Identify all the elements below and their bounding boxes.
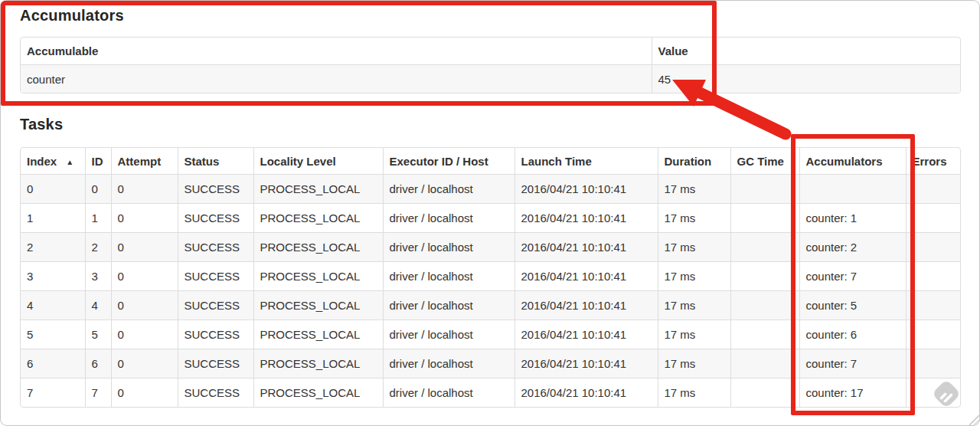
id-cell: 4 [85, 291, 111, 320]
gc-time-cell [730, 262, 799, 291]
duration-cell: 17 ms [658, 175, 730, 204]
accumulators-cell: counter: 17 [799, 378, 906, 408]
executor-id-host-cell: driver / localhost [383, 204, 514, 233]
sort-ascending-icon: ▲ [66, 158, 74, 166]
index-cell: 2 [21, 233, 85, 262]
duration-cell: 17 ms [658, 349, 730, 378]
errors-cell [906, 291, 961, 320]
index-cell: 1 [21, 204, 85, 233]
attempt-cell: 0 [111, 291, 178, 320]
executor-id-host-cell: driver / localhost [383, 349, 514, 378]
col-header-index[interactable]: Index▲ [21, 148, 85, 175]
col-header-id[interactable]: ID [85, 148, 111, 175]
accumulators-table: Accumulable Value counter 45 [20, 37, 961, 93]
locality-level-cell: PROCESS_LOCAL [253, 291, 383, 320]
accumulators-section-title: Accumulators [20, 7, 124, 25]
launch-time-cell: 2016/04/21 10:10:41 [514, 378, 658, 408]
gc-time-cell [730, 291, 799, 320]
errors-cell [906, 349, 961, 378]
accumulable-value-cell: 45 [652, 65, 961, 93]
locality-level-cell: PROCESS_LOCAL [253, 233, 383, 262]
launch-time-cell: 2016/04/21 10:10:41 [514, 233, 658, 262]
attempt-cell: 0 [111, 204, 178, 233]
spark-ui-page: Accumulators Accumulable Value counter 4… [0, 0, 980, 426]
task-row: 660SUCCESSPROCESS_LOCALdriver / localhos… [21, 349, 961, 378]
executor-id-host-cell: driver / localhost [383, 291, 514, 320]
resize-grip-icon[interactable] [966, 412, 980, 426]
launch-time-cell: 2016/04/21 10:10:41 [514, 349, 658, 378]
executor-id-host-cell: driver / localhost [383, 378, 514, 408]
index-cell: 0 [21, 175, 85, 204]
task-row: 110SUCCESSPROCESS_LOCALdriver / localhos… [21, 204, 961, 233]
task-row: 330SUCCESSPROCESS_LOCALdriver / localhos… [21, 262, 961, 291]
locality-level-cell: PROCESS_LOCAL [253, 320, 383, 349]
id-cell: 6 [85, 349, 111, 378]
executor-id-host-cell: driver / localhost [383, 175, 514, 204]
gc-time-cell [730, 378, 799, 408]
tasks-section-title: Tasks [20, 116, 63, 133]
accumulators-cell [799, 175, 906, 204]
locality-level-cell: PROCESS_LOCAL [253, 204, 383, 233]
tasks-table-body: 000SUCCESSPROCESS_LOCALdriver / localhos… [21, 175, 961, 408]
errors-cell [906, 233, 961, 262]
locality-level-cell: PROCESS_LOCAL [253, 262, 383, 291]
launch-time-cell: 2016/04/21 10:10:41 [514, 320, 658, 349]
errors-cell [906, 175, 961, 204]
attempt-cell: 0 [111, 262, 178, 291]
task-row: 440SUCCESSPROCESS_LOCALdriver / localhos… [21, 291, 961, 320]
id-cell: 5 [85, 320, 111, 349]
accumulators-cell: counter: 2 [799, 233, 906, 262]
accumulable-name-cell: counter [21, 65, 652, 93]
col-header-executor-id-host[interactable]: Executor ID / Host [383, 148, 514, 175]
col-header-launch-time[interactable]: Launch Time [514, 148, 658, 175]
status-cell: SUCCESS [178, 233, 253, 262]
duration-cell: 17 ms [658, 378, 730, 408]
col-header-accumulators[interactable]: Accumulators [799, 148, 906, 175]
status-cell: SUCCESS [178, 378, 253, 408]
task-row: 000SUCCESSPROCESS_LOCALdriver / localhos… [21, 175, 961, 204]
index-cell: 7 [21, 378, 85, 408]
status-cell: SUCCESS [178, 320, 253, 349]
col-header-locality-level[interactable]: Locality Level [253, 148, 383, 175]
duration-cell: 17 ms [658, 233, 730, 262]
col-header-status[interactable]: Status [178, 148, 253, 175]
accumulators-cell: counter: 7 [799, 349, 906, 378]
id-cell: 3 [85, 262, 111, 291]
id-cell: 0 [85, 175, 111, 204]
gc-time-cell [730, 320, 799, 349]
attempt-cell: 0 [111, 175, 178, 204]
duration-cell: 17 ms [658, 204, 730, 233]
locality-level-cell: PROCESS_LOCAL [253, 349, 383, 378]
accumulators-cell: counter: 7 [799, 262, 906, 291]
status-cell: SUCCESS [178, 175, 253, 204]
attempt-cell: 0 [111, 233, 178, 262]
launch-time-cell: 2016/04/21 10:10:41 [514, 204, 658, 233]
locality-level-cell: PROCESS_LOCAL [253, 175, 383, 204]
errors-cell [906, 320, 961, 349]
task-row: 770SUCCESSPROCESS_LOCALdriver / localhos… [21, 378, 961, 408]
status-cell: SUCCESS [178, 262, 253, 291]
accumulators-cell: counter: 5 [799, 291, 906, 320]
gc-time-cell [730, 175, 799, 204]
status-cell: SUCCESS [178, 349, 253, 378]
status-cell: SUCCESS [178, 204, 253, 233]
attempt-cell: 0 [111, 320, 178, 349]
feedly-watermark-icon [929, 377, 963, 411]
col-header-duration[interactable]: Duration [658, 148, 730, 175]
launch-time-cell: 2016/04/21 10:10:41 [514, 175, 658, 204]
errors-cell [906, 204, 961, 233]
col-header-gc-time[interactable]: GC Time [730, 148, 799, 175]
task-row: 550SUCCESSPROCESS_LOCALdriver / localhos… [21, 320, 961, 349]
col-header-value[interactable]: Value [652, 38, 961, 65]
id-cell: 7 [85, 378, 111, 408]
id-cell: 2 [85, 233, 111, 262]
col-header-attempt[interactable]: Attempt [111, 148, 178, 175]
col-header-errors[interactable]: Errors [906, 148, 961, 175]
locality-level-cell: PROCESS_LOCAL [253, 378, 383, 408]
index-cell: 5 [21, 320, 85, 349]
accumulators-cell: counter: 6 [799, 320, 906, 349]
tasks-table: Index▲IDAttemptStatusLocality LevelExecu… [20, 147, 961, 408]
col-header-accumulable[interactable]: Accumulable [21, 38, 652, 65]
gc-time-cell [730, 204, 799, 233]
launch-time-cell: 2016/04/21 10:10:41 [514, 291, 658, 320]
